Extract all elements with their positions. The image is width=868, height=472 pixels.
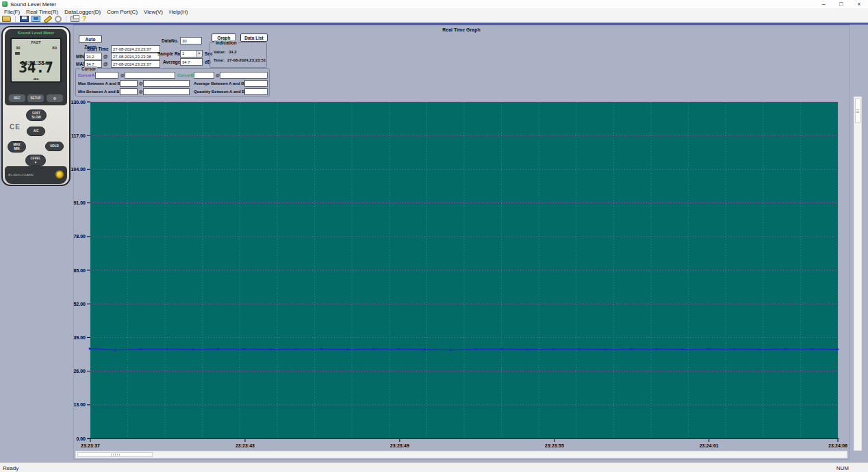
level-arrow-icon: ▼ <box>34 161 37 164</box>
quantity-between-field[interactable] <box>244 88 268 95</box>
panel-title: Real Time Graph <box>73 27 850 32</box>
lcd-unit: dBA <box>12 77 60 81</box>
lcd-range-low: 30 <box>16 46 21 50</box>
min-at-label: @ <box>103 54 107 59</box>
ac-button-image: A/C <box>27 127 45 136</box>
indication-group: Indication Value: 34.2 Time: 27-08-2024,… <box>209 42 267 68</box>
slow-label: SLOW <box>31 116 41 119</box>
close-button[interactable]: × <box>850 0 868 8</box>
y-axis-label: 91.00 <box>73 200 86 205</box>
cursor-b-label: CursorB <box>177 73 194 77</box>
sample-rate-select[interactable]: 1 <box>180 50 203 57</box>
start-time-field[interactable] <box>111 45 160 53</box>
min-between-value-field[interactable] <box>120 88 138 95</box>
cursor-legend: Cursor <box>80 66 97 71</box>
cursor-a-label: CursorA <box>78 73 94 77</box>
num-lock-indicator: NUM <box>837 465 849 471</box>
toolbar-separator <box>15 16 16 22</box>
min-time-field[interactable] <box>111 53 160 60</box>
auto-zoom-button[interactable]: Auto Zoom <box>79 35 102 43</box>
max-between-value-field[interactable] <box>120 80 138 87</box>
y-axis-label: 52.00 <box>73 302 86 306</box>
toolbar-separator <box>66 16 66 22</box>
horizontal-scrollbar[interactable] <box>75 451 847 458</box>
max-time-field[interactable] <box>111 60 160 68</box>
min-between-at-label: @ <box>139 90 143 94</box>
print-icon[interactable] <box>71 16 79 22</box>
min-label: MIN <box>76 54 84 59</box>
y-axis-label: 26.00 <box>73 369 86 373</box>
y-axis-label: 65.00 <box>73 268 86 273</box>
start-time-label: Start Time <box>87 47 109 51</box>
indication-value-label: Value: <box>214 50 226 54</box>
cursor-a-value-field[interactable] <box>95 72 118 79</box>
horizontal-scrollbar-thumb[interactable] <box>77 452 153 457</box>
datano-field[interactable] <box>180 37 202 44</box>
indication-time-label: Time: <box>214 58 225 62</box>
menu-item[interactable]: Help(H) <box>167 9 192 15</box>
status-bar: Ready NUM <box>0 462 868 472</box>
level-button-image: LEVEL▼ <box>25 155 46 166</box>
y-axis-label: 39.00 <box>73 335 86 340</box>
power-button-image <box>55 170 64 179</box>
x-axis-label: 23:23:49 <box>390 443 409 448</box>
menu-item[interactable]: Com Port(C) <box>105 9 142 15</box>
lcd-range-high: 80 <box>52 46 57 50</box>
max-between-at-label: @ <box>139 81 143 86</box>
min-between-time-field[interactable] <box>143 88 190 95</box>
toolbar: ? <box>0 15 868 23</box>
y-axis-label: 78.00 <box>73 234 86 239</box>
x-axis-label: 23:23:37 <box>81 443 100 448</box>
minimize-button[interactable]: – <box>815 0 832 8</box>
window-title: Sound Level Meter <box>10 1 56 8</box>
average-between-field[interactable] <box>244 80 268 87</box>
y-axis-label: 0.00 <box>76 436 86 441</box>
y-axis-label: 104.00 <box>71 167 86 172</box>
data-list-button[interactable]: Data List <box>240 34 268 42</box>
open-file-icon[interactable] <box>2 16 11 22</box>
menu-item[interactable]: Real Time(R) <box>24 9 62 15</box>
min-value-field[interactable] <box>84 53 102 60</box>
cursor-b-time-field[interactable] <box>220 72 268 79</box>
x-axis-label: 23:23:43 <box>235 443 255 448</box>
title-bar: Sound Level Meter – □ × <box>0 0 868 8</box>
realtime-chart: 0.0013.0026.0039.0052.0065.0078.0091.001… <box>71 96 852 451</box>
menu-item[interactable]: File(F) <box>2 9 24 15</box>
y-axis-label: 117.00 <box>71 133 86 138</box>
menu-bar: File(F)Real Time(R)DataLogger(D)Com Port… <box>0 8 868 15</box>
vertical-scrollbar-thumb[interactable] <box>855 99 860 123</box>
average-label: Average <box>163 60 180 64</box>
realtime-monitor-icon[interactable] <box>31 16 40 22</box>
sample-rate-value: 1 <box>182 51 184 55</box>
hold-button-image: HOLD <box>45 142 64 151</box>
fast-slow-button-image: FASTSLOW <box>26 109 47 121</box>
save-icon[interactable] <box>20 16 29 22</box>
backlight-button-image <box>47 94 63 102</box>
min-between-label: Min Between A and B <box>78 90 120 94</box>
help-icon[interactable]: ? <box>82 16 86 23</box>
restore-button[interactable]: □ <box>832 0 850 8</box>
average-field[interactable] <box>180 58 203 66</box>
rec-button-image: REC <box>9 94 25 102</box>
max-between-time-field[interactable] <box>143 80 190 87</box>
ce-mark: CE <box>10 123 21 131</box>
vertical-scrollbar[interactable] <box>854 96 862 451</box>
device-lcd: FAST 30 80 04:51:38TIME 34.7 dBA <box>10 38 62 83</box>
x-axis-label: 23:23:55 <box>545 443 564 448</box>
menu-item[interactable]: DataLogger(D) <box>62 9 105 15</box>
device-top-bezel: Sound Level Meter FAST 30 80 04:51:38TIM… <box>5 29 67 105</box>
cursor-a-at-label: @ <box>120 73 125 77</box>
cursor-b-value-field[interactable] <box>194 72 214 79</box>
hold-label: HOLD <box>50 144 59 148</box>
setup-pen-icon[interactable] <box>43 16 52 22</box>
app-icon <box>2 1 8 7</box>
stop-icon[interactable] <box>55 16 62 23</box>
chevron-down-icon <box>196 51 202 57</box>
device-image: Sound Level Meter FAST 30 80 04:51:38TIM… <box>1 26 71 186</box>
menu-item[interactable]: View(V) <box>142 9 167 15</box>
lcd-mode: FAST <box>12 40 60 44</box>
setup-button-image: SETUP <box>27 94 44 102</box>
quantity-between-label: Quantity Between A and B <box>194 90 245 94</box>
cursor-a-time-field[interactable] <box>125 72 175 79</box>
y-axis-label: 130.00 <box>71 100 86 105</box>
